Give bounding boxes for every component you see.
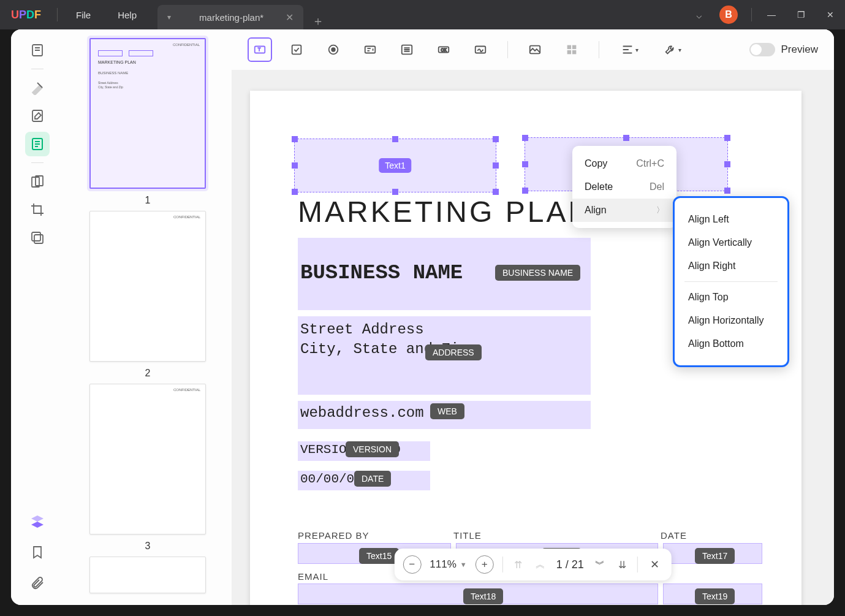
confidential-label: CONFIDENTIAL bbox=[173, 388, 200, 392]
close-window-button[interactable]: ✕ bbox=[816, 0, 845, 29]
align-submenu: Align Left Align Vertically Align Right … bbox=[673, 196, 789, 367]
button-tool-icon[interactable]: OK bbox=[431, 37, 456, 62]
confidential-label: CONFIDENTIAL bbox=[173, 43, 200, 47]
context-align[interactable]: Align 〉 bbox=[572, 199, 676, 222]
separator bbox=[31, 69, 44, 69]
label-email: EMAIL bbox=[298, 571, 328, 582]
workspace: CONFIDENTIAL MARKETING PLAN BUSINESS NAM… bbox=[11, 29, 834, 605]
separator bbox=[751, 8, 752, 21]
svg-rect-8 bbox=[292, 45, 301, 55]
context-copy-label: Copy bbox=[585, 158, 607, 169]
field-tag-t15: Text15 bbox=[359, 548, 399, 564]
thumbnail-panel: CONFIDENTIAL MARKETING PLAN BUSINESS NAM… bbox=[64, 29, 232, 605]
attachment-icon[interactable] bbox=[25, 571, 50, 595]
separator bbox=[31, 162, 44, 163]
checkbox-tool-icon[interactable] bbox=[284, 37, 309, 62]
new-tab-button[interactable]: ＋ bbox=[303, 13, 333, 29]
page-indicator[interactable]: 1 / 21 bbox=[556, 558, 584, 571]
reader-tool-icon[interactable] bbox=[25, 38, 50, 63]
menu-help[interactable]: Help bbox=[104, 10, 150, 20]
close-icon[interactable]: ✕ bbox=[286, 12, 294, 23]
last-page-button[interactable]: ⇊ bbox=[616, 559, 629, 571]
current-page: 1 bbox=[556, 558, 563, 571]
align-horizontally[interactable]: Align Horizontally bbox=[675, 309, 787, 332]
label-prepared-by: PREPARED BY bbox=[298, 530, 369, 541]
align-right[interactable]: Align Right bbox=[675, 254, 787, 278]
thumbnail-number: 1 bbox=[145, 195, 151, 206]
thumbnail-page-1[interactable]: CONFIDENTIAL MARKETING PLAN BUSINESS NAM… bbox=[86, 38, 209, 206]
svg-rect-19 bbox=[567, 50, 571, 54]
svg-rect-11 bbox=[365, 47, 376, 53]
align-top[interactable]: Align Top bbox=[675, 286, 787, 309]
next-page-button[interactable]: ︾ bbox=[593, 558, 607, 571]
svg-text:OK: OK bbox=[441, 48, 447, 52]
svg-rect-20 bbox=[572, 50, 576, 54]
prev-page-button[interactable]: ︽ bbox=[533, 558, 548, 571]
zoom-out-button[interactable]: − bbox=[403, 555, 421, 574]
field-tag-date: DATE bbox=[354, 471, 391, 487]
context-menu: Copy Ctrl+C Delete Del Align 〉 bbox=[572, 146, 676, 228]
form-tool-icon[interactable] bbox=[25, 132, 50, 156]
context-copy[interactable]: Copy Ctrl+C bbox=[572, 152, 676, 175]
field-tag-business: BUSINESS NAME bbox=[495, 265, 580, 281]
total-pages: 21 bbox=[572, 558, 584, 571]
preview-toggle[interactable]: Preview bbox=[749, 43, 818, 56]
align-dropdown-icon[interactable]: ▾ bbox=[614, 37, 645, 62]
text-field-tool-icon[interactable] bbox=[248, 37, 272, 62]
listbox-tool-icon[interactable] bbox=[395, 37, 419, 62]
chevron-down-icon[interactable]: ⌵ bbox=[688, 9, 711, 21]
align-vertically[interactable]: Align Vertically bbox=[675, 231, 787, 254]
thumbnail-page-4[interactable] bbox=[86, 557, 209, 593]
layers-icon[interactable] bbox=[25, 509, 50, 534]
label-date: DATE bbox=[661, 530, 687, 541]
signature-tool-icon[interactable] bbox=[468, 37, 493, 62]
dropdown-tool-icon[interactable] bbox=[358, 37, 382, 62]
separator bbox=[684, 281, 778, 282]
highlight-tool-icon[interactable] bbox=[25, 75, 50, 100]
thumbnail-page-2[interactable]: CONFIDENTIAL 2 bbox=[86, 211, 209, 379]
thumbnail-page-3[interactable]: CONFIDENTIAL 3 bbox=[86, 384, 209, 552]
edit-text-tool-icon[interactable] bbox=[25, 104, 50, 128]
field-tag-address: ADDRESS bbox=[425, 344, 482, 360]
align-bottom[interactable]: Align Bottom bbox=[675, 332, 787, 356]
page-navigation-bar: − 111% ▼ + ⇈ ︽ 1 / 21 ︾ ⇊ ✕ bbox=[394, 549, 671, 580]
avatar[interactable]: B bbox=[719, 6, 738, 24]
context-delete[interactable]: Delete Del bbox=[572, 175, 676, 199]
thumbnail-number: 3 bbox=[145, 541, 151, 552]
barcode-tool-icon[interactable] bbox=[559, 37, 584, 62]
radio-tool-icon[interactable] bbox=[321, 37, 346, 62]
crop-tool-icon[interactable] bbox=[25, 197, 50, 222]
zoom-in-button[interactable]: + bbox=[476, 555, 494, 574]
shortcut-label: Del bbox=[650, 181, 664, 192]
field-tag-web: WEB bbox=[430, 403, 464, 419]
maximize-button[interactable]: ❐ bbox=[786, 0, 816, 29]
zoom-level[interactable]: 111% ▼ bbox=[430, 558, 466, 571]
separator bbox=[57, 8, 58, 21]
svg-rect-5 bbox=[32, 232, 40, 241]
context-delete-label: Delete bbox=[585, 181, 613, 192]
first-page-button[interactable]: ⇈ bbox=[512, 559, 525, 571]
document-heading: MARKETING PLAN bbox=[298, 195, 592, 229]
compare-tool-icon[interactable] bbox=[25, 226, 50, 250]
minimize-button[interactable]: — bbox=[757, 0, 786, 29]
bookmark-icon[interactable] bbox=[25, 540, 50, 565]
organize-tool-icon[interactable] bbox=[25, 169, 50, 194]
tab-marketing-plan[interactable]: ▾ marketing-plan* ✕ bbox=[157, 5, 303, 29]
pin-icon[interactable]: ▾ bbox=[167, 13, 171, 21]
menu-file[interactable]: File bbox=[63, 10, 104, 20]
left-toolrail bbox=[11, 29, 64, 605]
close-pagebar-button[interactable]: ✕ bbox=[646, 558, 663, 571]
confidential-label: CONFIDENTIAL bbox=[173, 215, 200, 219]
field-tag-t19: Text19 bbox=[695, 588, 735, 604]
thumbnail-number: 2 bbox=[145, 368, 151, 379]
web-text: webaddress.com bbox=[300, 405, 424, 421]
tools-dropdown-icon[interactable]: ▾ bbox=[657, 37, 688, 62]
toggle-switch[interactable] bbox=[749, 43, 775, 56]
chevron-down-icon: ▼ bbox=[460, 561, 467, 568]
preview-label: Preview bbox=[781, 44, 818, 56]
image-field-tool-icon[interactable] bbox=[523, 37, 547, 62]
canvas[interactable]: OK ▾ ▾ Preview Text1 bbox=[232, 29, 834, 605]
form-field-text1-left[interactable]: Text1 bbox=[294, 139, 496, 192]
align-left[interactable]: Align Left bbox=[675, 208, 787, 231]
page-sep: / bbox=[566, 558, 569, 571]
